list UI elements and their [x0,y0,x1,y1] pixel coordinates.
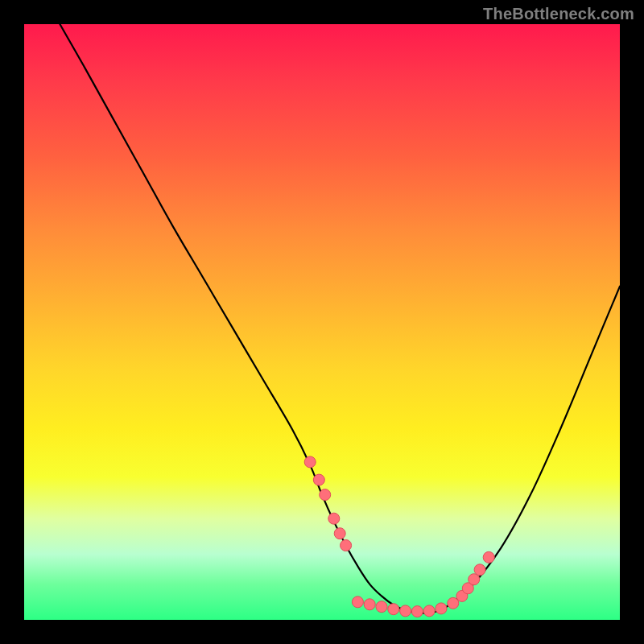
highlight-dot [334,528,345,539]
highlight-dot [328,513,340,524]
highlight-dot [320,489,331,501]
highlight-dot [341,540,352,551]
highlight-dot [483,551,494,563]
highlight-dot [388,604,399,615]
highlight-dots [304,456,494,617]
highlight-dot [411,606,423,617]
highlight-dot [304,456,316,468]
highlight-dot [364,599,375,610]
highlight-dot [352,597,363,608]
bottleneck-curve [60,24,620,613]
highlight-dot [423,605,435,617]
highlight-dot [376,601,387,613]
chart-frame: TheBottleneck.com [0,0,644,644]
highlight-dot [474,564,485,576]
highlight-dot [313,474,324,485]
watermark-label: TheBottleneck.com [483,5,634,23]
curve-layer [24,24,620,620]
plot-area [24,24,620,620]
highlight-dot [436,603,447,614]
highlight-dot [400,605,411,617]
